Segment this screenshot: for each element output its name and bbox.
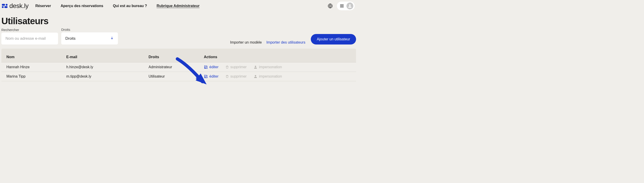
nav-item-reserver[interactable]: Réserver: [36, 4, 51, 8]
globe-icon[interactable]: [328, 3, 333, 8]
edit-button[interactable]: éditer: [204, 74, 218, 78]
search-input[interactable]: [1, 33, 58, 44]
impersonate-button: impersonation: [254, 65, 282, 69]
cell-name: Hannah Hinze: [1, 62, 61, 72]
edit-button[interactable]: éditer: [204, 65, 218, 69]
edit-icon: [204, 65, 208, 69]
filter-rights-group: Droits Droits: [61, 28, 118, 44]
edit-label: éditer: [209, 65, 218, 69]
delete-label: supprimer: [230, 65, 246, 69]
table-header-row: Nom E-mail Droits Actions: [1, 52, 356, 62]
main-nav: Réserver Aperçu des réservations Qui est…: [36, 4, 200, 8]
svg-point-3: [255, 75, 256, 76]
svg-point-1: [349, 4, 351, 6]
impersonate-button: impersonation: [254, 74, 282, 78]
rights-select-value: Droits: [65, 36, 76, 41]
edit-icon: [204, 74, 208, 78]
col-header-name: Nom: [1, 52, 61, 62]
table-row: Marina Tipp m.tipp@desk.ly Utilisateur é…: [1, 72, 356, 81]
brand-logo-mark: [2, 4, 8, 8]
impersonate-label: impersonation: [259, 74, 282, 78]
col-header-rights: Droits: [144, 52, 199, 62]
trash-icon: [225, 75, 229, 78]
rights-select[interactable]: Droits: [61, 32, 118, 44]
nav-item-qui[interactable]: Qui est au bureau ?: [113, 4, 147, 8]
page-title: Utilisateurs: [0, 12, 358, 27]
person-icon: [254, 74, 258, 78]
arrow-down-icon: [110, 36, 114, 41]
cell-name: Marina Tipp: [1, 72, 61, 81]
users-table: Nom E-mail Droits Actions Hannah Hinze h…: [1, 52, 356, 81]
topbar-right: [328, 1, 355, 10]
trash-icon: [225, 65, 229, 69]
svg-point-2: [255, 66, 256, 67]
cell-actions: éditer supprimer impersonation: [199, 72, 356, 81]
delete-button: supprimer: [225, 74, 246, 78]
cell-actions: éditer supprimer impersonation: [199, 62, 356, 72]
delete-label: supprimer: [230, 74, 246, 78]
users-table-wrap: Nom E-mail Droits Actions Hannah Hinze h…: [1, 49, 356, 81]
filter-search-label: Rechercher: [1, 28, 58, 32]
topbar: desk.ly Réserver Aperçu des réservations…: [0, 0, 358, 12]
cell-email: h.hinze@desk.ly: [61, 62, 144, 72]
import-users-link[interactable]: Importer des utilisateurs: [266, 40, 305, 44]
person-icon: [254, 65, 258, 69]
brand-logo[interactable]: desk.ly: [2, 2, 28, 9]
nav-item-apercu[interactable]: Aperçu des réservations: [60, 4, 103, 8]
delete-button: supprimer: [225, 65, 246, 69]
col-header-email: E-mail: [61, 52, 144, 62]
filter-search-group: Rechercher: [1, 28, 58, 44]
cell-rights: Utilisateur: [144, 72, 199, 81]
filters-row: Rechercher Droits Droits Importer un mod…: [0, 27, 358, 49]
import-template-link[interactable]: Importer un modèle: [230, 40, 262, 44]
impersonate-label: impersonation: [259, 65, 282, 69]
add-user-button[interactable]: Ajouter un utilisateur: [311, 34, 356, 44]
cell-rights: Administrateur: [144, 62, 199, 72]
edit-label: éditer: [209, 74, 218, 78]
user-menu[interactable]: [337, 1, 355, 10]
table-row: Hannah Hinze h.hinze@desk.ly Administrat…: [1, 62, 356, 72]
filter-rights-label: Droits: [61, 28, 118, 31]
col-header-actions: Actions: [199, 52, 356, 62]
brand-name: desk.ly: [9, 2, 28, 9]
hamburger-icon: [340, 4, 344, 7]
nav-item-admin[interactable]: Rubrique Administrateur: [156, 4, 200, 8]
avatar: [346, 2, 353, 9]
cell-email: m.tipp@desk.ly: [61, 72, 144, 81]
